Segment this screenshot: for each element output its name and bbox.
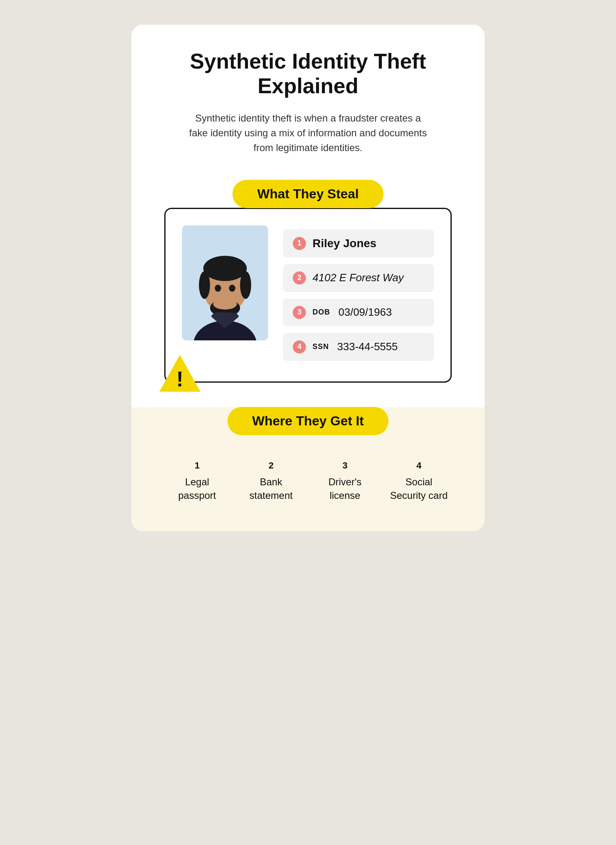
- svg-point-3: [203, 256, 247, 281]
- bottom-section: Where They Get It 1 Legalpassport 2 Bank…: [131, 407, 485, 531]
- svg-point-8: [215, 285, 221, 292]
- info-rows: 1 Riley Jones 2 4102 E Forest Way 3 DOB …: [283, 225, 434, 361]
- source-item-3: 3 Driver'slicense: [312, 460, 378, 503]
- page-title: Synthetic Identity Theft Explained: [164, 49, 452, 99]
- svg-text:!: !: [176, 367, 183, 391]
- num-badge-1: 1: [293, 237, 306, 250]
- source-label-3: Driver'slicense: [312, 475, 378, 503]
- get-badge: Where They Get It: [228, 407, 388, 435]
- page-subtitle: Synthetic identity theft is when a fraud…: [189, 111, 427, 155]
- ssn-label: SSN: [313, 342, 329, 351]
- source-label-4: SocialSecurity card: [386, 475, 452, 503]
- id-card-inner: 1 Riley Jones 2 4102 E Forest Way 3 DOB …: [182, 225, 434, 361]
- get-badge-wrapper: Where They Get It: [164, 407, 452, 435]
- sources-grid: 1 Legalpassport 2 Bankstatement 3 Driver…: [164, 460, 452, 503]
- info-row-dob: 3 DOB 03/09/1963: [283, 299, 434, 326]
- source-item-4: 4 SocialSecurity card: [386, 460, 452, 503]
- warning-triangle-icon: !: [157, 353, 202, 394]
- avatar-svg: [188, 234, 262, 340]
- info-row-address: 2 4102 E Forest Way: [283, 264, 434, 292]
- num-badge-2: 2: [293, 271, 306, 285]
- svg-point-5: [240, 271, 251, 299]
- id-card: 1 Riley Jones 2 4102 E Forest Way 3 DOB …: [164, 208, 452, 383]
- source-item-2: 2 Bankstatement: [238, 460, 304, 503]
- field-name: Riley Jones: [313, 237, 377, 250]
- field-dob: 03/09/1963: [338, 306, 392, 319]
- info-row-name: 1 Riley Jones: [283, 230, 434, 257]
- source-num-3: 3: [312, 460, 378, 471]
- svg-point-9: [229, 285, 235, 292]
- source-item-1: 1 Legalpassport: [164, 460, 230, 503]
- source-num-4: 4: [386, 460, 452, 471]
- main-card: Synthetic Identity Theft Explained Synth…: [131, 25, 485, 531]
- source-num-1: 1: [164, 460, 230, 471]
- source-label-1: Legalpassport: [164, 475, 230, 503]
- num-badge-3: 3: [293, 306, 306, 319]
- field-ssn: 333-44-5555: [337, 340, 398, 353]
- steal-badge-wrapper: What They Steal: [164, 180, 452, 208]
- info-row-ssn: 4 SSN 333-44-5555: [283, 333, 434, 361]
- avatar-box: [182, 225, 268, 340]
- dob-label: DOB: [313, 308, 330, 317]
- svg-point-4: [199, 271, 210, 299]
- field-address: 4102 E Forest Way: [313, 271, 404, 284]
- steal-badge: What They Steal: [232, 180, 383, 208]
- svg-point-7: [213, 299, 237, 310]
- source-num-2: 2: [238, 460, 304, 471]
- num-badge-4: 4: [293, 340, 306, 354]
- source-label-2: Bankstatement: [238, 475, 304, 503]
